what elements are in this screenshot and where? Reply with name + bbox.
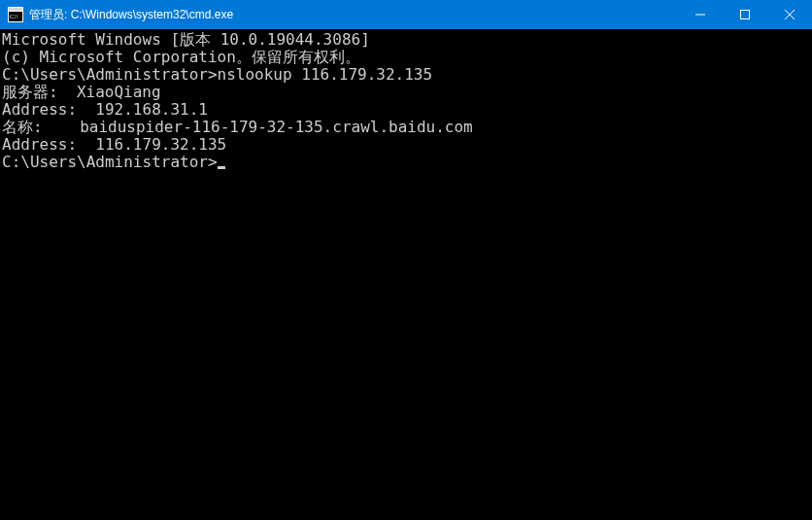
- prompt-line: C:\Users\Administrator>nslookup 116.179.…: [2, 66, 812, 84]
- cmd-window: C:\ 管理员: C:\Windows\system32\cmd.exe Mic…: [0, 0, 812, 520]
- prompt-line: C:\Users\Administrator>: [2, 154, 812, 171]
- svg-rect-4: [741, 11, 750, 19]
- minimize-button[interactable]: [678, 0, 723, 29]
- svg-rect-1: [9, 8, 23, 12]
- cmd-icon: C:\: [8, 7, 23, 22]
- output-line: Microsoft Windows [版本 10.0.19044.3086]: [2, 31, 812, 49]
- command-text: nslookup 116.179.32.135: [218, 65, 433, 84]
- titlebar[interactable]: C:\ 管理员: C:\Windows\system32\cmd.exe: [0, 0, 812, 29]
- output-line: 服务器: XiaoQiang: [2, 84, 812, 101]
- close-button[interactable]: [767, 0, 812, 29]
- output-line: Address: 192.168.31.1: [2, 101, 812, 119]
- prompt: C:\Users\Administrator>: [2, 65, 218, 84]
- svg-text:C:\: C:\: [10, 13, 18, 20]
- prompt: C:\Users\Administrator>: [2, 153, 218, 171]
- output-line: 名称: baiduspider-116-179-32-135.crawl.bai…: [2, 119, 812, 136]
- maximize-button[interactable]: [723, 0, 767, 29]
- output-line: (c) Microsoft Corporation。保留所有权利。: [2, 49, 812, 66]
- output-line: Address: 116.179.32.135: [2, 136, 812, 154]
- window-title: 管理员: C:\Windows\system32\cmd.exe: [29, 7, 233, 23]
- terminal-output[interactable]: Microsoft Windows [版本 10.0.19044.3086](c…: [0, 29, 812, 520]
- cursor: [218, 166, 225, 169]
